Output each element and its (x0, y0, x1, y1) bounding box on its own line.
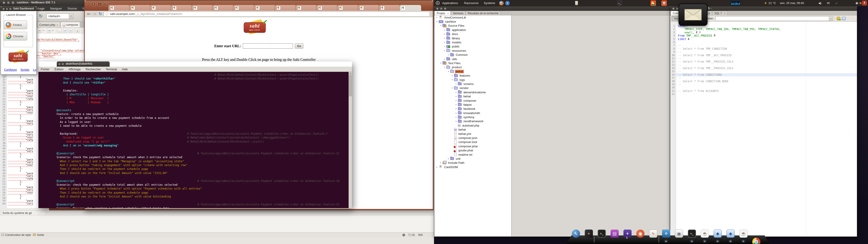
tree-node[interactable]: ▸ features (435, 73, 511, 78)
close-icon[interactable]: ✕ (436, 7, 439, 10)
dashboard-link[interactable]: Scripts (20, 68, 29, 71)
url-bar[interactable]: sahi.example.com /_s_/dyn/Driver_initial… (104, 11, 430, 17)
terminal-scrollbar[interactable]: ▲ (348, 72, 352, 208)
menu-item[interactable]: Affichage (68, 67, 81, 71)
close-icon[interactable]: ✕ (2, 1, 6, 4)
dock-icon[interactable]: ✦ 1 (623, 230, 631, 238)
expand-icon[interactable]: ▸ (451, 74, 454, 77)
node-label[interactable]: composer.lock (458, 140, 478, 144)
browser-titlebar[interactable]: ✕ – ❒ S✔ S✔ S✔ (85, 0, 433, 11)
expand-icon[interactable]: ▸ (439, 162, 442, 164)
tree-node[interactable]: ▸ Include Path (435, 161, 511, 165)
browser-tab[interactable]: S✔ (275, 5, 297, 11)
start-url-input[interactable] (243, 43, 293, 49)
node-label[interactable]: kriswallsmith (463, 111, 481, 115)
browser-tab[interactable]: S✔ (150, 5, 172, 11)
node-label[interactable]: AmoCommonLib (443, 16, 467, 19)
expand-icon[interactable]: ▸ (455, 104, 458, 106)
node-label[interactable]: composer.phar (458, 145, 478, 148)
firefox-icon[interactable] (499, 1, 504, 5)
node-label[interactable]: behat (455, 70, 464, 73)
node-label[interactable]: public (451, 45, 460, 48)
previous-icon[interactable]: ⇦ (63, 28, 67, 33)
expand-icon[interactable]: ▾ (443, 66, 446, 68)
terminal-output[interactable]: Then I should see "<shorttitle>" # Behat… (38, 72, 352, 208)
browser-tab[interactable]: S✔ (108, 5, 130, 11)
close-tab-icon[interactable]: × (57, 24, 58, 26)
tree-node[interactable]: ▾ product (435, 65, 511, 69)
menu-shortcuts[interactable]: Raccourcis (464, 0, 478, 6)
expand-icon[interactable]: ▸ (455, 83, 458, 85)
ubuntu-menu-icon[interactable] (436, 1, 440, 5)
dashboard-link[interactable]: Logs (33, 68, 36, 71)
dock-icon[interactable]: ◆ (714, 230, 722, 238)
sql-history-icon[interactable] (842, 17, 846, 20)
menu-item[interactable]: Aide (122, 67, 128, 71)
expand-icon[interactable]: ▾ (436, 21, 438, 23)
tab-contact-php[interactable]: Contact.php× (37, 22, 60, 27)
expand-icon[interactable]: ▸ (455, 95, 458, 97)
node-label[interactable]: composer (463, 99, 477, 102)
tree-node[interactable]: ▸ behat (435, 94, 511, 98)
scrollbar-thumb[interactable] (349, 75, 352, 96)
tree-node[interactable]: ▾ behat (435, 69, 511, 73)
maximize-icon[interactable]: ❒ (104, 2, 108, 6)
user-session-icon[interactable]: ☻➔ (855, 0, 862, 6)
chevron-down-icon[interactable]: ▼ (829, 17, 833, 21)
expand-icon[interactable]: ▾ (439, 62, 442, 64)
browser-tab[interactable]: S✔ (316, 5, 338, 11)
tree-node[interactable]: ▸ facebook (435, 107, 511, 111)
clock[interactable]: ven. 25 mai, 09:45 (780, 0, 804, 6)
firefox-launch-button[interactable]: Firefox (4, 21, 27, 29)
browser-tab[interactable]: S✔ (399, 5, 421, 11)
close-tab-icon[interactable]: × (447, 12, 449, 15)
expand-icon[interactable]: ▸ (443, 45, 446, 48)
minimize-icon[interactable]: – (7, 1, 10, 4)
chrome-launch-button[interactable]: Chrome (4, 32, 27, 40)
window-titlebar[interactable]: ✕–❒ (434, 6, 670, 11)
minimize-icon[interactable]: – (440, 7, 443, 10)
dock-icon[interactable]: ◆ (726, 230, 735, 238)
browser-tab[interactable]: S✔ (191, 5, 213, 11)
node-label[interactable]: goutte.phar (458, 149, 474, 152)
tree-node[interactable]: ▸ AmoCommonLib (435, 16, 511, 20)
close-icon[interactable]: ✕ (672, 7, 675, 10)
node-label[interactable]: Test Files (447, 61, 461, 65)
volume-icon[interactable]: ◀) (818, 0, 822, 6)
node-label[interactable]: models (451, 41, 462, 44)
tree-node[interactable]: readme.txt (435, 152, 511, 157)
close-tab-icon[interactable]: × (724, 12, 725, 15)
node-label[interactable]: readme.txt (458, 153, 473, 156)
expand-icon[interactable]: ▸ (443, 41, 446, 43)
network-transfer-icon[interactable]: ↓↑ (835, 0, 837, 6)
node-label[interactable]: ressources (451, 49, 467, 53)
expand-icon[interactable]: ▸ (455, 91, 458, 93)
tree-node[interactable]: ▾ vendor (435, 86, 511, 90)
dashboard-link[interactable]: Configure (4, 68, 17, 71)
menu-applications[interactable]: Applications (442, 0, 458, 6)
last-edit-back-icon[interactable]: ↩ (38, 28, 42, 33)
expand-icon[interactable]: ▸ (455, 108, 458, 110)
chevron-down-icon[interactable]: ▾ (43, 29, 46, 31)
node-label[interactable]: unit (455, 157, 461, 160)
scroll-up-icon[interactable]: ▲ (349, 72, 352, 75)
browser-tab[interactable]: S✔ (379, 5, 401, 11)
dashboard-titlebar[interactable]: ✕–❒ Sahi Dashboard (1, 6, 36, 11)
tree-node[interactable]: ▾ ressources (435, 49, 511, 53)
browser-tab[interactable]: S✔ (358, 5, 380, 11)
tab-search-results[interactable]: Résultats de la recherche (466, 11, 500, 15)
dock-icon[interactable]: ♻ (662, 230, 670, 238)
node-label[interactable]: logs (459, 78, 466, 82)
node-label[interactable]: Include Path (447, 161, 465, 164)
tree-node[interactable]: ▸ zendframework (435, 119, 511, 123)
dock-icon[interactable]: >_ (688, 230, 696, 238)
expand-icon[interactable]: ▾ (447, 70, 450, 72)
tab-style-builder[interactable]: Constructeur de style (1, 233, 31, 237)
node-label[interactable]: screens (463, 82, 474, 86)
tree-node[interactable]: ▾ logs (435, 78, 511, 82)
connection-combobox[interactable]: ▼ (715, 16, 833, 21)
minimize-icon[interactable]: – (97, 2, 102, 6)
mail-icon[interactable]: ✉ (827, 0, 830, 6)
menu-item[interactable]: Fichier (41, 67, 50, 71)
find-icon[interactable]: ◌ (58, 28, 62, 33)
